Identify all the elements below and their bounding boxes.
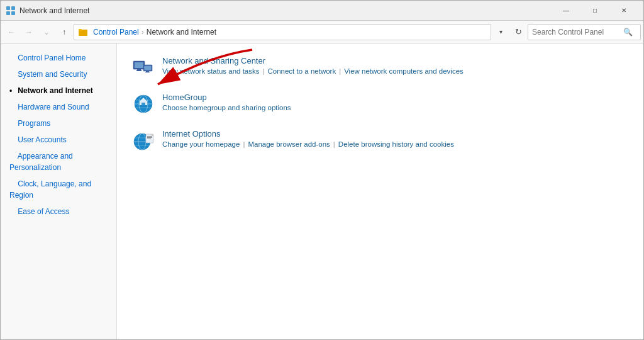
window-icon [6, 6, 16, 16]
sidebar-item-clock-language-region[interactable]: Clock, Language, and Region [1, 176, 116, 203]
sidebar-item-ease-of-access[interactable]: Ease of Access [1, 203, 116, 220]
network-sharing-links: View network status and tasks | Connect … [162, 67, 464, 75]
breadcrumb-control-panel[interactable]: Control Panel [93, 28, 139, 37]
sidebar-item-appearance-personalization[interactable]: Appearance and Personalization [1, 148, 116, 176]
network-sharing-title[interactable]: Network and Sharing Center [162, 56, 464, 65]
breadcrumb-dropdown-button[interactable]: ▾ [492, 24, 509, 40]
delete-browsing-link[interactable]: Delete browsing history and cookies [338, 140, 454, 148]
svg-rect-29 [147, 136, 152, 137]
homegroup-links: Choose homegroup and sharing options [162, 104, 291, 111]
choose-homegroup-link[interactable]: Choose homegroup and sharing options [162, 104, 291, 111]
down-arrow-button[interactable]: ⌄ [38, 24, 55, 40]
svg-rect-13 [146, 71, 149, 72]
internet-options-icon [132, 129, 155, 152]
svg-rect-3 [11, 11, 15, 15]
manage-addons-link[interactable]: Manage browser add-ons [248, 140, 330, 148]
sidebar-item-programs[interactable]: Programs [1, 115, 116, 132]
view-computers-link[interactable]: View network computers and devices [344, 67, 464, 75]
network-sharing-icon [132, 56, 155, 79]
svg-rect-30 [147, 137, 152, 138]
folder-icon [78, 27, 88, 37]
minimize-button[interactable]: — [552, 1, 580, 21]
internet-options-title[interactable]: Internet Options [162, 129, 454, 139]
back-button[interactable]: ← [3, 24, 19, 40]
sidebar-item-user-accounts[interactable]: User Accounts [1, 132, 116, 148]
up-button[interactable]: ↑ [56, 24, 72, 40]
title-bar: Network and Internet — □ ✕ [1, 1, 643, 21]
refresh-button[interactable]: ↻ [510, 24, 526, 40]
window-title: Network and Internet [19, 6, 552, 15]
breadcrumb-bar: Control Panel › Network and Internet [74, 24, 491, 40]
sidebar-item-hardware-sound[interactable]: Hardware and Sound [1, 99, 116, 115]
svg-rect-0 [6, 6, 10, 10]
homegroup-item: HomeGroup Choose homegroup and sharing o… [132, 93, 628, 115]
breadcrumb-current: Network and Internet [147, 28, 216, 37]
svg-rect-12 [145, 66, 152, 71]
svg-rect-9 [137, 69, 141, 71]
network-sharing-center-item: Network and Sharing Center View network … [132, 56, 628, 79]
content-area: Network and Sharing Center View network … [117, 43, 643, 340]
sidebar-item-network-internet: • Network and Internet [1, 82, 116, 99]
search-input[interactable] [532, 28, 623, 37]
svg-rect-31 [147, 139, 151, 139]
svg-rect-1 [11, 6, 15, 10]
svg-rect-22 [142, 103, 145, 105]
homegroup-title[interactable]: HomeGroup [162, 93, 291, 102]
search-icon[interactable]: 🔍 [623, 28, 633, 37]
search-bar[interactable]: 🔍 [528, 24, 641, 40]
change-homepage-link[interactable]: Change your homepage [162, 140, 240, 148]
maximize-button[interactable]: □ [580, 1, 609, 21]
view-status-link[interactable]: View network status and tasks [162, 67, 259, 75]
internet-options-item: Internet Options Change your homepage | … [132, 129, 628, 152]
svg-rect-8 [135, 62, 143, 68]
main-layout: Control Panel Home System and Security •… [1, 43, 643, 340]
internet-options-text: Internet Options Change your homepage | … [162, 129, 454, 148]
sidebar: Control Panel Home System and Security •… [1, 43, 117, 340]
svg-rect-10 [136, 71, 142, 71]
svg-rect-2 [6, 11, 10, 15]
connect-network-link[interactable]: Connect to a network [267, 67, 336, 75]
window-controls: — □ ✕ [552, 1, 638, 21]
sidebar-item-system-security[interactable]: System and Security [1, 66, 116, 82]
close-button[interactable]: ✕ [609, 1, 638, 21]
forward-button[interactable]: → [21, 24, 37, 40]
svg-rect-14 [145, 72, 150, 73]
internet-options-links: Change your homepage | Manage browser ad… [162, 140, 454, 148]
homegroup-icon [132, 93, 155, 115]
network-sharing-text: Network and Sharing Center View network … [162, 56, 464, 75]
sidebar-item-control-panel-home[interactable]: Control Panel Home [1, 50, 116, 66]
address-bar: ← → ⌄ ↑ Control Panel › Network and Inte… [1, 21, 643, 43]
svg-rect-6 [79, 29, 82, 31]
homegroup-text: HomeGroup Choose homegroup and sharing o… [162, 93, 291, 111]
